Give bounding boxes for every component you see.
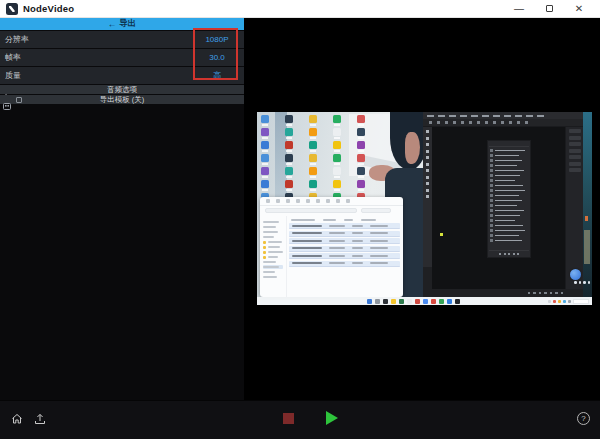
tray-icon [568, 300, 571, 303]
nav-label-bar [263, 276, 277, 278]
setting-row-framerate[interactable]: 帧率 30.0 [0, 49, 244, 66]
export-template-label: 导出模板 (关) [0, 95, 244, 105]
tray-icon [558, 300, 561, 303]
file-size-bar [370, 240, 388, 242]
minimize-button[interactable]: — [504, 0, 534, 18]
home-button[interactable] [10, 412, 24, 429]
nav-item [263, 250, 283, 254]
layer-name-bar [495, 155, 519, 157]
taskbar-app-icon [375, 299, 380, 304]
file-row [289, 246, 400, 252]
status-icon [539, 292, 542, 295]
toolbar-icon [509, 121, 512, 124]
layer-row [490, 209, 528, 213]
toolbar-chip [266, 199, 270, 203]
desktop-icon [309, 167, 317, 175]
toolbar-icon [477, 121, 480, 124]
tool-icon [426, 176, 429, 179]
editor-toolbar [423, 119, 583, 127]
column-header-bar [323, 219, 336, 221]
stop-button[interactable] [283, 413, 294, 424]
desktop-icon [309, 128, 317, 136]
layer-name-bar [495, 175, 520, 177]
taskbar-app-icon [399, 299, 404, 304]
desktop-icon [333, 180, 341, 188]
layer-row [490, 234, 528, 238]
help-button[interactable]: ? [577, 412, 590, 425]
editor-app-window [423, 112, 583, 297]
layer-visibility-checkbox [490, 219, 493, 222]
desktop-icon [309, 154, 317, 162]
layer-visibility-checkbox [490, 199, 493, 202]
status-icon [555, 292, 558, 295]
layer-visibility-checkbox [490, 184, 493, 187]
desktop-icon [309, 141, 317, 149]
layer-visibility-checkbox [490, 224, 493, 227]
right-panel-row [569, 149, 581, 153]
tray-icon [548, 300, 551, 303]
taskbar-app-icon [455, 299, 460, 304]
file-row [289, 238, 400, 244]
desktop-icon [261, 180, 269, 188]
file-row [289, 231, 400, 237]
desktop-icon [285, 115, 293, 123]
taskbar-app-icon [431, 299, 436, 304]
menu-item-bar [449, 115, 456, 117]
file-explorer-window [260, 197, 403, 297]
layer-row [490, 159, 528, 163]
file-size-bar [370, 247, 388, 249]
toolbar-icon [429, 121, 432, 124]
template-checkbox[interactable] [16, 97, 22, 103]
explorer-toolbar [260, 197, 403, 206]
menu-item-bar [471, 115, 478, 117]
file-size-bar [370, 262, 388, 264]
file-date-bar [329, 262, 345, 264]
editor-menubar [423, 112, 583, 119]
layer-row [490, 149, 528, 153]
quality-value: 高 [196, 70, 238, 81]
file-date-bar [329, 255, 345, 257]
audio-options-row[interactable]: 音频选项 [0, 85, 244, 94]
status-icon [544, 292, 547, 295]
close-button[interactable]: ✕ [564, 0, 594, 18]
export-upload-button[interactable] [33, 412, 47, 429]
layer-row [490, 204, 528, 208]
layer-name-bar [495, 220, 515, 222]
right-panel-row [569, 168, 581, 172]
layer-name-bar [495, 180, 515, 182]
desktop-icon [357, 115, 365, 123]
nav-label-bar [263, 226, 276, 228]
taskbar-app-icon [407, 299, 412, 304]
setting-row-quality[interactable]: 质量 高 [0, 67, 244, 84]
column-header-bar [344, 219, 353, 221]
titlebar: NodeVideo — ✕ [0, 0, 600, 18]
layer-rows [489, 149, 529, 243]
layer-row [490, 229, 528, 233]
nav-label-bar [263, 236, 274, 238]
setting-row-resolution[interactable]: 分辨率 1080P [0, 31, 244, 48]
file-row [289, 223, 400, 229]
export-template-row[interactable]: 导出模板 (关) [0, 95, 244, 104]
nav-item [263, 240, 283, 244]
tool-icon [426, 150, 429, 153]
window-controls: — ✕ [504, 0, 594, 18]
play-button[interactable] [326, 411, 338, 425]
nav-item [263, 225, 283, 229]
layer-name-bar [495, 195, 519, 197]
layer-name-bar [495, 225, 523, 227]
toolbar-icon [469, 121, 472, 124]
right-panel-row [569, 136, 581, 140]
nav-label-bar [263, 221, 279, 223]
maximize-button[interactable] [534, 0, 564, 18]
toolbar-icon [453, 121, 456, 124]
editor-right-panel [565, 127, 583, 289]
desktop-icon [285, 128, 293, 136]
layer-name-bar [495, 190, 525, 192]
resolution-value: 1080P [196, 35, 238, 44]
export-back-header[interactable]: ← 导出 [0, 18, 244, 30]
layer-row [490, 239, 528, 243]
background-window-strip [583, 112, 592, 297]
explorer-address-bar [260, 206, 403, 215]
assistant-dots [574, 281, 590, 284]
file-type-bar [352, 247, 363, 249]
